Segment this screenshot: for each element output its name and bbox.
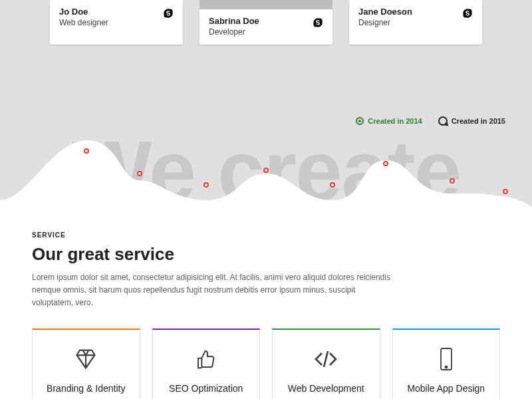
service-card-seo[interactable]: SEO Optimization [152, 329, 261, 399]
chart-point-icon [450, 178, 455, 184]
skype-icon[interactable] [163, 8, 174, 19]
wave-chart [0, 134, 532, 213]
service-card-label: Web Development [283, 383, 369, 394]
chart-point-icon [383, 161, 388, 166]
service-card-mobile[interactable]: Mobile App Design [392, 329, 501, 399]
team-card[interactable]: Jane Doeson Designer [349, 0, 482, 45]
team-card[interactable]: Sabrina Doe Developer [200, 9, 332, 45]
mobile-icon [404, 346, 489, 372]
chart-point-icon [137, 171, 142, 176]
team-name: Jo Doe [59, 7, 108, 17]
service-card-branding[interactable]: Branding & Identity [32, 329, 140, 399]
team-role: Web designer [59, 18, 108, 27]
diamond-icon [43, 346, 129, 372]
team-card-row: Jo Doe Web designer Sabrina Doe Develope… [0, 0, 532, 45]
team-name: Sabrina Doe [209, 16, 259, 26]
chart-point-icon [330, 182, 335, 188]
thumbs-up-icon [164, 346, 249, 372]
chart-point-icon [203, 182, 209, 188]
service-card-label: Mobile App Design [404, 383, 489, 394]
service-card-webdev[interactable]: Web Development [272, 329, 380, 399]
team-card[interactable]: Jo Doe Web designer [50, 0, 183, 45]
chart-point-icon [503, 189, 508, 194]
svg-point-1 [445, 366, 447, 368]
chart-point-icon [84, 148, 89, 154]
hero-section: Jo Doe Web designer Sabrina Doe Develope… [0, 0, 532, 213]
service-card-label: Branding & Identity [43, 383, 129, 394]
service-card-row: Branding & Identity SEO Optimization Web… [32, 329, 500, 399]
team-role: Designer [358, 18, 412, 27]
team-name: Jane Doeson [358, 7, 412, 17]
chart-point-icon [263, 168, 269, 173]
skype-icon[interactable] [462, 8, 473, 19]
section-description: Lorem ipsum dolor sit amet, consectetur … [32, 271, 391, 310]
team-role: Developer [209, 27, 259, 37]
section-eyebrow: SERVICE [32, 231, 500, 239]
code-icon [283, 346, 369, 372]
skype-icon[interactable] [313, 17, 323, 28]
section-title: Our great service [32, 244, 500, 265]
service-section: SERVICE Our great service Lorem ipsum do… [0, 213, 532, 399]
service-card-label: SEO Optimization [164, 383, 249, 394]
